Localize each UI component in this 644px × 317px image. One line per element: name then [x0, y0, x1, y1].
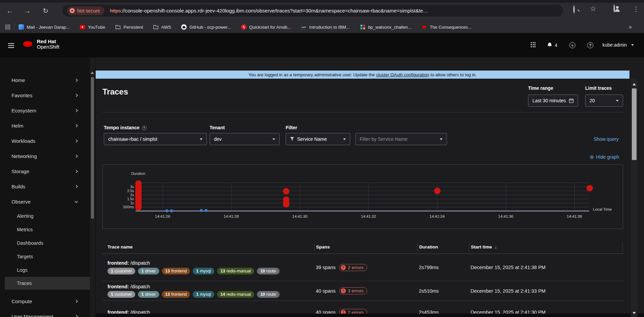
bookmark-item[interactable]: ϟQuickstart for Ansib... [241, 24, 291, 30]
sidebar-item-metrics[interactable]: Metrics [0, 223, 96, 236]
trace-name[interactable]: frontend: /dispatch [108, 284, 150, 289]
sidebar-item-compute[interactable]: Compute [0, 294, 96, 309]
trace-name-cell[interactable]: frontend: /dispatch1customer1driver13fro… [102, 254, 314, 281]
sidebar-item-home[interactable]: Home [0, 73, 96, 88]
error-trace-point[interactable] [283, 188, 289, 194]
bookmark-item[interactable]: GitHub - ocp-power... [181, 24, 231, 30]
sidebar-item-dashboards[interactable]: Dashboards [0, 236, 96, 250]
table-header-row: Trace name Spans Duration Start time↓ [102, 240, 624, 254]
brand-logo[interactable]: Red Hat OpenShift [22, 39, 59, 50]
content-scrollbar-thumb[interactable] [632, 88, 637, 160]
trace-name-cell[interactable]: frontend: /dispatch1customer1driver13fro… [102, 281, 314, 300]
forward-icon[interactable]: → [22, 6, 32, 16]
bookmark-item[interactable]: Mail - Jeevan Darap... [19, 24, 70, 30]
h-gridline [136, 195, 589, 195]
back-icon[interactable]: ← [5, 6, 15, 16]
table-row[interactable]: frontend: /dispatch1customer1driver13fro… [102, 281, 624, 301]
limit-traces-select[interactable]: 20 [585, 95, 623, 107]
bookmark-item[interactable]: edXIntroduction to IBM... [301, 24, 350, 30]
sidebar-item-helm[interactable]: Helm [0, 118, 96, 133]
help-menu-icon[interactable]: ? [587, 42, 593, 48]
errors-label: 2 errors [348, 265, 364, 270]
scroll-down-icon[interactable] [633, 312, 636, 314]
bell-icon [547, 42, 552, 48]
sidebar-item-storage[interactable]: Storage [0, 164, 96, 179]
trace-point[interactable] [200, 209, 203, 212]
apps-grid-icon[interactable] [5, 25, 10, 29]
app-launcher-icon[interactable] [531, 42, 536, 47]
trace-point[interactable] [170, 209, 173, 212]
bookmark-item[interactable]: Persistent [115, 24, 143, 30]
time-range-label: Time range [528, 85, 553, 91]
sort-desc-icon[interactable]: ↓ [495, 244, 497, 249]
hide-graph-link[interactable]: Hide graph [590, 154, 619, 160]
bookmark-label: YouTube [88, 25, 105, 30]
profile-avatar-icon[interactable] [614, 5, 615, 12]
sidebar-item-traces[interactable]: Traces [5, 277, 91, 290]
error-trace-point[interactable] [587, 185, 593, 191]
sidebar-item-ecosystem[interactable]: Ecosystem [0, 103, 96, 118]
url-text[interactable]: https://console-openshift-console.apps.r… [110, 8, 428, 14]
trace-point[interactable] [205, 209, 208, 212]
trace-point[interactable] [165, 209, 168, 212]
error-trace-point[interactable] [434, 188, 440, 194]
tempo-instance-select[interactable]: chainsaw-rbac / simplst [104, 133, 207, 145]
errors-badge[interactable]: !2 errors [339, 264, 367, 271]
nav-gap [0, 290, 96, 294]
bookmark-label: Quickstart for Ansib... [249, 25, 291, 30]
sidebar-item-alerting[interactable]: Alerting [0, 209, 96, 223]
browser-menu-icon[interactable]: ⋮ [633, 5, 639, 13]
sidebar-item-favorites[interactable]: Favorites [0, 88, 96, 103]
reload-icon[interactable]: ↻ [41, 6, 51, 16]
help-icon[interactable]: ? [142, 126, 147, 130]
column-header-spans[interactable]: Spans [314, 243, 417, 252]
not-secure-badge[interactable]: ✕ Not secure [67, 6, 104, 15]
show-query-link[interactable]: Show query [594, 136, 619, 142]
bookmark-star-icon[interactable]: ☆ [590, 5, 596, 13]
bookmark-item[interactable]: AWS [153, 24, 171, 30]
filter-attribute-value: Service Name [297, 136, 341, 142]
column-header-duration[interactable]: Duration [417, 243, 469, 252]
bookmark-item[interactable]: YouTube [80, 25, 105, 30]
column-header-trace-name[interactable]: Trace name [102, 243, 314, 252]
sidebar-item-builds[interactable]: Builds [0, 179, 96, 194]
quick-create-icon[interactable]: + [569, 42, 575, 48]
trace-name[interactable]: frontend: /dispatch [108, 260, 150, 266]
bookmark-item[interactable]: bp_watsonx_challen... [360, 24, 412, 30]
sidebar-item-targets[interactable]: Targets [0, 250, 96, 263]
nav-toggle-icon[interactable] [8, 43, 14, 48]
bookmark-item[interactable]: The Consequences... [422, 24, 472, 30]
errors-badge[interactable]: !3 errors [339, 287, 367, 294]
sidebar-item-workloads[interactable]: Workloads [0, 133, 96, 149]
zoom-icon[interactable] [573, 6, 575, 13]
x-tick-label: 14:41:38 [559, 214, 590, 218]
sidebar-item-logs[interactable]: Logs [0, 263, 96, 277]
error-trace-point[interactable] [135, 204, 142, 211]
bookmarks-overflow-icon[interactable]: » [629, 24, 631, 30]
warning-icon: ✕ [70, 8, 75, 13]
column-header-start-time[interactable]: Start time↓ [469, 243, 624, 252]
time-range-select[interactable]: Last 30 minutes [528, 95, 578, 107]
url-bar[interactable]: ✕ Not secure https://console-openshift-c… [62, 5, 563, 17]
chevron-right-icon [75, 300, 78, 303]
traces-table: Trace name Spans Duration Start time↓ fr… [102, 240, 624, 317]
notifications-bell[interactable]: 4 [547, 42, 557, 48]
filter-attribute-select[interactable]: Service Name [286, 133, 350, 145]
filter-value-combobox[interactable]: Filter by Service Name [355, 133, 447, 145]
tenant-select[interactable]: dev [210, 133, 280, 145]
spans-cell: 39 spans!2 errors [314, 254, 417, 281]
sidebar-scroll-up-icon[interactable] [91, 72, 94, 74]
sidebar-item-user-management[interactable]: User Management [0, 309, 96, 317]
cluster-oauth-link[interactable]: cluster OAuth configuration [376, 72, 429, 77]
h-gridline [136, 199, 589, 199]
sidebar-scrollbar-thumb[interactable] [91, 77, 94, 219]
tag-redis-manual: 14redis-manual [217, 291, 254, 298]
url-rest: ://console-openshift-console.apps.rdr-je… [121, 8, 428, 14]
x-tick-label: 14:41:28 [216, 214, 246, 218]
sidebar-item-networking[interactable]: Networking [0, 149, 96, 164]
table-row[interactable]: frontend: /dispatch1customer1driver13fro… [102, 254, 624, 281]
sidebar-item-observe[interactable]: Observe [0, 194, 96, 209]
scroll-up-icon[interactable] [633, 83, 636, 85]
user-menu[interactable]: kube:admin [602, 42, 634, 48]
window-top-strip [0, 0, 644, 3]
